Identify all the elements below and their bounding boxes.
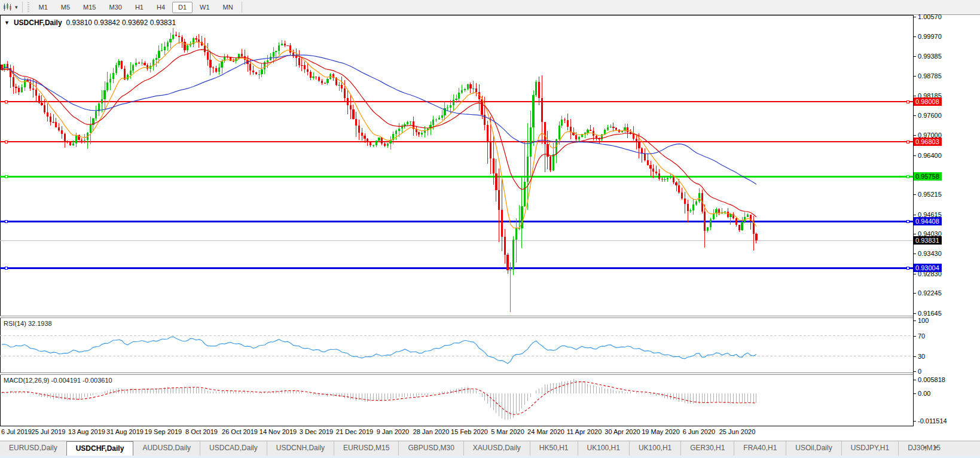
price-axis-tick: 0.93430: [918, 250, 942, 257]
macd-axis-tick: 0.00: [918, 390, 930, 397]
current-price-badge: 0.93831: [914, 236, 942, 245]
hline-handle[interactable]: [906, 100, 909, 103]
hline-handle[interactable]: [906, 220, 909, 223]
tab-usdcnh-daily[interactable]: USDCNH,Daily: [267, 441, 334, 456]
date-axis-label: 15 Feb 2020: [451, 428, 488, 435]
timeframe-button-w1[interactable]: W1: [194, 2, 216, 13]
date-axis-label: 14 Nov 2019: [259, 428, 297, 435]
tab-ger30-h1[interactable]: GER30,H1: [680, 441, 734, 456]
hline-price-badge: 0.93004: [914, 264, 942, 272]
hline-price-badge: 0.98008: [914, 97, 942, 106]
hline-handle[interactable]: [5, 267, 8, 270]
tab-usdjpy-h1[interactable]: USDJPY,H1: [841, 441, 898, 456]
price-tick-mark: [913, 56, 916, 57]
rsi-indicator-canvas[interactable]: [0, 318, 914, 372]
rsi-axis-tick: 100: [918, 317, 929, 324]
date-axis-label: 21 Dec 2019: [336, 428, 373, 435]
timeframe-button-m30[interactable]: M30: [103, 2, 128, 13]
toolbar-separator: [242, 2, 242, 13]
date-axis-label: 31 Aug 2019: [106, 428, 144, 435]
rsi-axis-tick: 30: [918, 353, 925, 360]
date-axis-label: 30 Apr 2020: [605, 428, 640, 435]
timeframe-buttons: M1M5M15M30H1H4D1W1MN: [32, 2, 240, 13]
tab-hk50-h1[interactable]: HK50,H1: [530, 441, 578, 456]
price-tick-mark: [913, 76, 916, 77]
date-axis-label: 6 Jun 2020: [683, 428, 715, 435]
price-axis-tick: 0.99385: [918, 53, 942, 60]
status-bar: [0, 456, 980, 458]
timeframe-button-m5[interactable]: M5: [55, 2, 76, 13]
chart-symbol-label: USDCHF,Daily: [14, 19, 62, 27]
price-tick-mark: [913, 313, 916, 314]
tab-gbpusd-m30[interactable]: GBPUSD,M30: [398, 441, 463, 456]
date-axis-label: 24 Mar 2020: [527, 428, 564, 435]
price-axis-tick: 0.96400: [918, 152, 942, 159]
date-axis-label: 25 Jul 2019: [32, 428, 66, 435]
chart-title-caret[interactable]: ▼: [4, 20, 10, 26]
date-axis-label: 6 Jul 2019: [1, 428, 32, 435]
price-tick-mark: [913, 36, 916, 37]
timeframe-button-d1[interactable]: D1: [172, 2, 193, 13]
toolbar-drag-grip[interactable]: [28, 2, 29, 12]
price-axis-tick: 0.91645: [918, 310, 942, 317]
date-axis-label: 5 Mar 2020: [491, 428, 524, 435]
rsi-tick-mark: [913, 371, 916, 372]
date-axis-label: 13 Aug 2019: [68, 428, 105, 435]
tab-xauusd-daily[interactable]: XAUUSD,Daily: [463, 441, 530, 456]
rsi-tick-mark: [913, 356, 916, 357]
tab-audusd-daily[interactable]: AUDUSD,Daily: [133, 441, 200, 456]
hline-handle[interactable]: [906, 175, 909, 178]
price-tick-mark: [913, 274, 916, 274]
date-axis-label: 28 Jan 2020: [413, 428, 450, 435]
hline-handle[interactable]: [5, 100, 8, 103]
tab-uk100-h1[interactable]: UK100,H1: [578, 441, 629, 456]
macd-indicator-canvas[interactable]: [0, 375, 914, 426]
tab-eurusd-m15[interactable]: EURUSD,M15: [334, 441, 398, 456]
tab-usdcad-daily[interactable]: USDCAD,Daily: [200, 441, 267, 456]
hline-handle[interactable]: [906, 141, 909, 143]
timeframe-button-m1[interactable]: M1: [33, 2, 54, 13]
date-axis-label: 8 Oct 2019: [185, 428, 218, 435]
hline-price-badge: 0.95758: [914, 172, 942, 181]
date-axis-label: 19 Sep 2019: [145, 428, 182, 435]
tab-scroll-left-icon[interactable]: ◄: [921, 444, 933, 450]
hline-handle[interactable]: [5, 141, 8, 143]
tab-scroll-right-icon[interactable]: ►: [933, 444, 945, 450]
hline-price-badge: 0.96803: [914, 138, 942, 146]
macd-label: MACD(12,26,9) -0.004191 -0.003610: [4, 377, 112, 384]
macd-axis-tick: -0.011514: [918, 417, 947, 425]
tab-fra40-h1[interactable]: FRA40,H1: [734, 441, 786, 456]
tab-scroll-arrows: ◄►: [921, 444, 945, 450]
timeframe-toolbar: ▾ M1M5M15M30H1H4D1W1MN: [0, 0, 980, 15]
tab-usdchf-daily[interactable]: USDCHF,Daily: [66, 441, 134, 456]
price-tick-mark: [913, 155, 916, 156]
rsi-tick-mark: [913, 320, 916, 321]
timeframe-button-h4[interactable]: H4: [151, 2, 171, 13]
price-axis-tick: 0.97600: [918, 112, 942, 119]
price-tick-mark: [913, 96, 916, 96]
hline-handle[interactable]: [906, 267, 909, 270]
rsi-axis-tick: 0: [918, 368, 921, 375]
chart-ohlc-values: 0.93810 0.93842 0.93692 0.93831: [66, 19, 176, 27]
chart-type-dropdown-caret[interactable]: ▾: [15, 4, 18, 10]
date-axis-label: 9 Jan 2020: [377, 428, 409, 435]
date-axis-label: 26 Oct 2019: [222, 428, 258, 435]
tab-usoil-daily[interactable]: USOil,Daily: [786, 441, 841, 456]
timeframe-button-m15[interactable]: M15: [77, 2, 102, 13]
hline-price-badge: 0.94408: [914, 217, 942, 225]
price-tick-mark: [913, 234, 916, 234]
macd-tick-mark: [913, 421, 916, 422]
tab-eurusd-daily[interactable]: EURUSD,Daily: [0, 441, 66, 456]
date-axis-label: 11 Apr 2020: [567, 428, 602, 435]
tab-uk100-h1[interactable]: UK100,H1: [629, 441, 680, 456]
timeframe-button-h1[interactable]: H1: [129, 2, 149, 13]
hline-handle[interactable]: [5, 175, 8, 178]
rsi-label: RSI(14) 32.1938: [4, 320, 52, 327]
timeframe-button-mn[interactable]: MN: [217, 2, 239, 13]
price-tick-mark: [913, 135, 916, 136]
chart-title: ▼ USDCHF,Daily 0.93810 0.93842 0.93692 0…: [4, 19, 176, 27]
chart-type-icon[interactable]: [2, 2, 14, 12]
date-axis-label: 25 Jun 2020: [719, 428, 756, 435]
price-chart-canvas[interactable]: [0, 15, 914, 316]
hline-handle[interactable]: [5, 220, 8, 223]
